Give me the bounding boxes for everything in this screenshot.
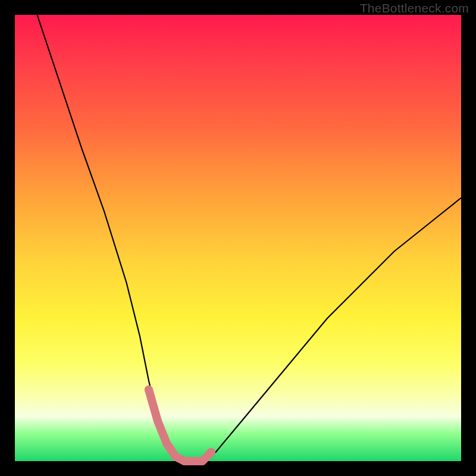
trough-dot bbox=[207, 448, 215, 456]
watermark-text: TheBottleneck.com bbox=[360, 1, 469, 15]
trough-dot bbox=[145, 386, 153, 394]
curve-svg bbox=[15, 15, 461, 461]
trough-dot bbox=[180, 457, 189, 465]
trough-stroke bbox=[149, 390, 211, 461]
trough-markers bbox=[145, 386, 215, 465]
trough-dot bbox=[154, 417, 162, 425]
chart-frame: TheBottleneck.com bbox=[0, 0, 476, 476]
trough-dot bbox=[198, 457, 206, 465]
trough-dot bbox=[171, 453, 180, 461]
trough-dot bbox=[189, 457, 198, 465]
bottleneck-curve-path bbox=[37, 15, 462, 461]
plot-area bbox=[15, 15, 461, 461]
trough-dot bbox=[162, 439, 171, 447]
